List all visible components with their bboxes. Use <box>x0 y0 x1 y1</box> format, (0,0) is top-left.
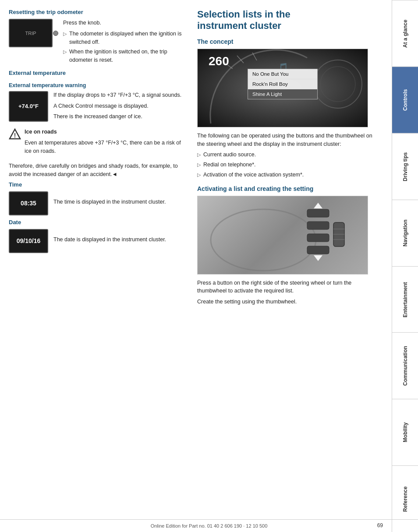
date-section: Date 09/10/16 The date is displayed in t… <box>9 219 184 253</box>
svg-rect-10 <box>307 234 329 242</box>
page-number: 69 <box>377 522 383 528</box>
sidebar-item-controls[interactable]: Controls <box>392 67 418 133</box>
warning-box: ! Ice on roads Even at temperatures abov… <box>9 128 184 158</box>
steering-wheel-image <box>197 196 368 275</box>
date-display-value: 09/10/16 <box>17 237 41 244</box>
sidebar-item-driving-tips[interactable]: Driving tips <box>392 133 418 200</box>
concept-bullet-1: ▷ Current audio source. <box>197 151 381 159</box>
cluster-mock: 260 🎵 No One But You Rock'n Roll Boy Shi… <box>198 49 368 127</box>
bullet-arrow-icon: ▷ <box>197 171 201 179</box>
bullet-arrow-icon: ▷ <box>63 48 67 56</box>
activating-heading: Activating a list and creating the setti… <box>197 185 381 192</box>
sidebar: At a glance Controls Driving tips Naviga… <box>392 0 418 532</box>
warning-triangle-icon: ! <box>9 128 21 140</box>
svg-rect-8 <box>307 209 329 217</box>
sidebar-item-navigation[interactable]: Navigation <box>392 200 418 266</box>
temp-display-figure: +74.0°F <box>9 91 48 122</box>
external-temp-warning-heading: External temperature warning <box>9 82 184 88</box>
concept-bullet-2: ▷ Redial on telephone*. <box>197 161 381 169</box>
svg-rect-11 <box>307 246 329 254</box>
activating-text-2: Create the setting using the thumbwheel. <box>197 298 381 306</box>
odometer-figure: TRIP <box>9 19 53 47</box>
concept-body-text: The following can be operated using the … <box>197 132 381 148</box>
svg-text:!: ! <box>14 132 16 139</box>
bullet-arrow-icon: ▷ <box>197 161 201 169</box>
odometer-knob <box>53 31 58 36</box>
bullet-arrow-icon: ▷ <box>63 30 67 38</box>
sidebar-label-navigation: Navigation <box>402 219 408 246</box>
sidebar-label-entertainment: Entertainment <box>402 282 408 317</box>
sidebar-item-at-a-glance[interactable]: At a glance <box>392 0 418 67</box>
svg-rect-9 <box>307 222 329 229</box>
concept-section: The concept <box>197 38 381 179</box>
footer-text: Online Edition for Part no. 01 40 2 606 … <box>151 523 268 528</box>
main-heading: Selection lists in the instrument cluste… <box>197 9 381 32</box>
sidebar-item-communication[interactable]: Communication <box>392 332 418 399</box>
sidebar-item-mobility[interactable]: Mobility <box>392 399 418 465</box>
time-heading: Time <box>9 181 184 188</box>
sidebar-item-entertainment[interactable]: Entertainment <box>392 266 418 333</box>
svg-point-5 <box>314 60 362 108</box>
external-temp-section: External temperature External temperatur… <box>9 70 184 179</box>
time-display-box: 08:35 <box>9 191 48 215</box>
date-text: The date is displayed in the instrument … <box>53 236 166 244</box>
main-heading-line1: Selection lists in the <box>197 9 290 20</box>
activating-heading-line1: Activating a list and creating the setti… <box>197 185 313 192</box>
svg-point-6 <box>320 67 355 102</box>
odometer-text-block: Press the knob. ▷ The odometer is displa… <box>63 19 184 66</box>
menu-item-2: Rock'n Roll Boy <box>248 79 317 89</box>
concept-bullet-3-text: Activation of the voice activation syste… <box>203 171 304 179</box>
page-footer: Online Edition for Part no. 01 40 2 606 … <box>0 519 418 532</box>
time-section: Time 08:35 The time is displayed in the … <box>9 181 184 215</box>
main-content: Resetting the trip odometer TRIP Press t… <box>0 0 392 532</box>
concept-bullet-1-text: Current audio source. <box>203 151 256 159</box>
page-container: Resetting the trip odometer TRIP Press t… <box>0 0 418 532</box>
menu-item-3-selected: Shine A Light <box>248 89 317 99</box>
right-column: Selection lists in the instrument cluste… <box>193 9 381 523</box>
sidebar-label-mobility: Mobility <box>402 423 408 442</box>
svg-marker-12 <box>314 203 322 208</box>
sidebar-label-reference: Reference <box>402 486 408 512</box>
instrument-cluster-image: 260 🎵 No One But You Rock'n Roll Boy Shi… <box>197 49 368 127</box>
warning-title: Ice on roads <box>25 128 184 136</box>
speedometer-number: 260 <box>209 54 229 68</box>
sidebar-label-at-a-glance: At a glance <box>402 19 408 47</box>
odometer-bullet-2-text: When the ignition is switched on, the tr… <box>69 48 184 64</box>
warning-text-block: Ice on roads Even at temperatures above … <box>25 128 184 158</box>
extra-warning-text: Therefore, drive carefully on bridges an… <box>9 162 184 179</box>
reset-odometer-section: Resetting the trip odometer TRIP Press t… <box>9 9 184 70</box>
external-temp-heading: External temperature <box>9 70 184 76</box>
temp-text-1: If the display drops to +37 °F/+3 °C, a … <box>53 91 181 99</box>
time-text: The time is displayed in the instrument … <box>53 198 166 206</box>
svg-point-7 <box>211 209 316 271</box>
time-display-value: 08:35 <box>21 200 36 207</box>
odometer-bullet-1: ▷ The odometer is displayed when the ign… <box>63 30 184 46</box>
temp-display-box: +74.0°F <box>9 91 48 122</box>
main-heading-line2: instrument cluster <box>197 20 281 31</box>
temp-text-3: There is the increased danger of ice. <box>53 113 181 121</box>
odometer-intro: Press the knob. <box>63 19 184 27</box>
bullet-arrow-icon: ▷ <box>197 151 201 159</box>
warning-text: Even at temperatures above +37 °F/+3 °C,… <box>25 139 184 155</box>
concept-bullet-3: ▷ Activation of the voice activation sys… <box>197 171 381 179</box>
activating-section: Activating a list and creating the setti… <box>197 185 381 306</box>
svg-marker-13 <box>314 255 322 261</box>
menu-item-1: No One But You <box>248 69 317 79</box>
cluster-menu-overlay: No One But You Rock'n Roll Boy Shine A L… <box>248 69 318 99</box>
reset-odometer-heading: Resetting the trip odometer <box>9 9 184 15</box>
date-heading: Date <box>9 219 184 225</box>
temp-display-value: +74.0°F <box>18 103 39 109</box>
sidebar-label-communication: Communication <box>402 346 408 386</box>
odometer-bullet-1-text: The odometer is displayed when the ignit… <box>69 30 184 46</box>
temp-text-block: If the display drops to +37 °F/+3 °C, a … <box>53 91 181 123</box>
steering-mock <box>198 196 368 274</box>
activating-text-1: Press a button on the right side of the … <box>197 279 381 296</box>
concept-heading: The concept <box>197 38 381 45</box>
left-column: Resetting the trip odometer TRIP Press t… <box>9 9 193 523</box>
date-display-box: 09/10/16 <box>9 229 48 253</box>
temp-text-2: A Check Control message is displayed. <box>53 102 181 110</box>
sidebar-label-driving-tips: Driving tips <box>402 152 408 181</box>
concept-bullet-2-text: Redial on telephone*. <box>203 161 256 169</box>
odometer-bullet-2: ▷ When the ignition is switched on, the … <box>63 48 184 64</box>
sidebar-label-controls: Controls <box>402 89 408 111</box>
